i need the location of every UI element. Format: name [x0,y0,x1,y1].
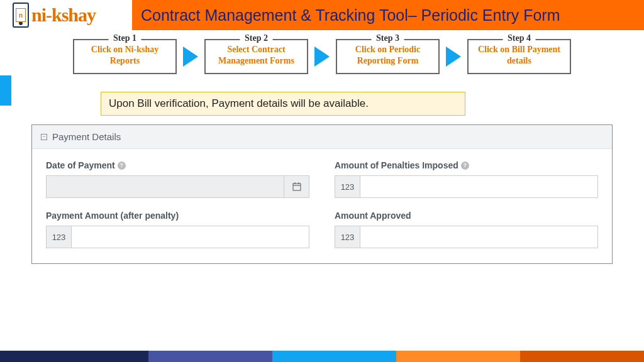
calendar-icon[interactable] [284,176,309,197]
page-title: Contract Management & Tracking Tool– Per… [132,0,644,30]
info-callout: Upon Bill verification, Payment details … [101,92,465,116]
numeric-prefix: 123 [335,226,360,248]
amount-approved-input[interactable] [360,226,597,248]
arrow-icon [314,47,330,67]
step-2: Step 2 Select Contract Management Forms [204,39,308,74]
field-penalties: Amount of Penalties Imposed ? 123 [335,160,598,198]
help-icon[interactable]: ? [461,162,469,170]
collapse-icon[interactable]: − [41,134,47,140]
step-1: Step 1 Click on Ni-kshay Reports [73,39,177,74]
field-date-of-payment: Date of Payment ? [46,160,309,198]
step-4: Step 4 Click on Bill Payment details [467,39,571,74]
help-icon[interactable]: ? [118,162,126,170]
svg-rect-0 [293,184,301,190]
date-of-payment-input[interactable] [47,176,284,197]
numeric-prefix: 123 [47,226,72,248]
logo-phone-icon: n [13,3,29,28]
logo-text: ni-kshay [31,4,96,26]
numeric-prefix: 123 [335,176,360,197]
step-3: Step 3 Click on Periodic Reporting Form [336,39,440,74]
payment-amount-input[interactable] [72,226,309,248]
side-accent [0,75,11,106]
logo: n ni-kshay [0,0,132,30]
payment-details-panel: − Payment Details Date of Payment ? Amou… [31,124,613,264]
footer-stripe [0,351,644,362]
steps-breadcrumb: Step 1 Click on Ni-kshay Reports Step 2 … [25,39,619,74]
panel-title: Payment Details [52,131,121,142]
arrow-icon [446,47,461,67]
header: n ni-kshay Contract Management & Trackin… [0,0,644,30]
field-amount-approved: Amount Approved 123 [335,211,598,248]
penalties-input[interactable] [360,176,597,197]
field-payment-amount: Payment Amount (after penalty) 123 [46,211,309,248]
arrow-icon [183,47,198,67]
panel-header[interactable]: − Payment Details [32,125,612,149]
